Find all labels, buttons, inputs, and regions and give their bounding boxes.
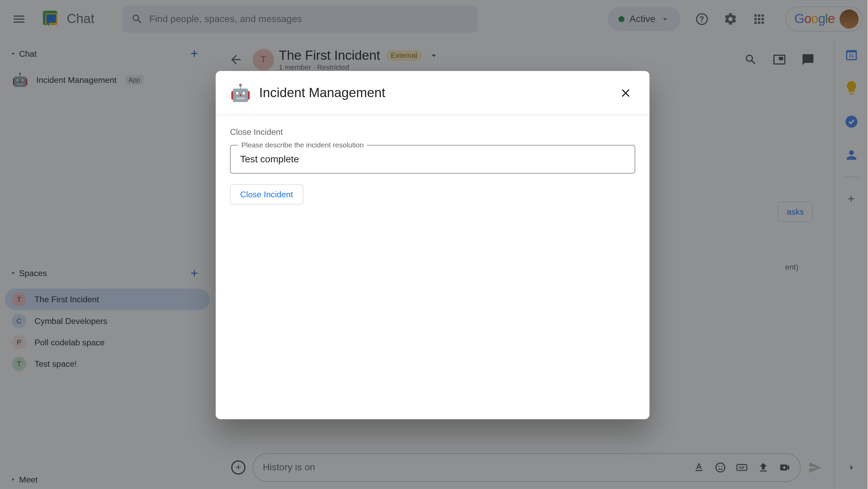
close-incident-button[interactable]: Close Incident [230,184,303,205]
dialog-title: Incident Management [259,85,385,101]
resolution-field-label: Please describe the incident resolution [238,141,367,149]
resolution-field[interactable]: Please describe the incident resolution [230,145,635,174]
resolution-input[interactable] [240,154,625,165]
dialog-close-button[interactable] [616,83,635,102]
incident-dialog: 🤖 Incident Management Close Incident Ple… [216,71,649,419]
dialog-section-title: Close Incident [230,127,635,137]
robot-icon: 🤖 [230,83,251,103]
close-icon [619,86,632,99]
